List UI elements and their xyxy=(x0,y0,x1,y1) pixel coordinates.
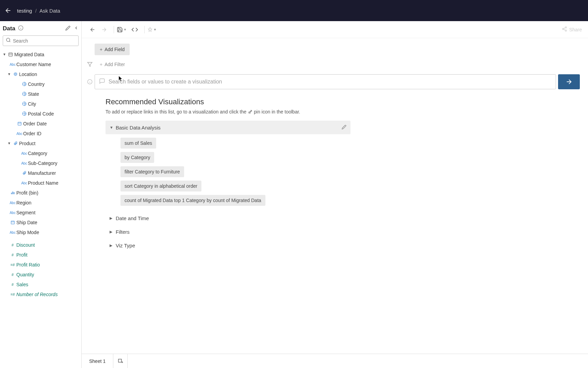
text-type-icon: Abc xyxy=(16,132,23,136)
chevron-right-icon: ▶ xyxy=(110,216,116,220)
workspace: + Add Field + Add Filter xyxy=(82,38,588,368)
recommendations-title: Recommended Visualizations xyxy=(105,97,425,106)
field-order-id[interactable]: Abc Order ID xyxy=(0,128,81,138)
calc-type-icon: =# xyxy=(9,263,16,267)
field-sales[interactable]: # Sales xyxy=(0,279,81,289)
collapse-sidebar-icon[interactable] xyxy=(74,26,79,32)
rec-group-viztype[interactable]: ▶ Viz Type xyxy=(105,239,350,252)
query-input-box[interactable] xyxy=(95,74,556,89)
back-button[interactable] xyxy=(4,6,12,15)
field-product[interactable]: ▼ Product xyxy=(0,138,81,148)
datasource-row[interactable]: ▼ Migrated Data xyxy=(0,49,81,59)
rec-group-filters[interactable]: ▶ Filters xyxy=(105,225,350,239)
number-type-icon: # xyxy=(9,243,16,247)
field-customer-name[interactable]: Abc Customer Name xyxy=(0,59,81,69)
field-profit-ratio[interactable]: =# Profit Ratio xyxy=(0,260,81,270)
rec-group-datetime[interactable]: ▶ Date and Time xyxy=(105,211,350,225)
share-button: Share xyxy=(562,26,582,33)
caret-down-icon: ▼ xyxy=(153,28,157,31)
field-postal-code[interactable]: Postal Code xyxy=(0,109,81,119)
field-quantity[interactable]: # Quantity xyxy=(0,270,81,279)
breadcrumb-separator: / xyxy=(35,8,36,14)
field-order-date[interactable]: Order Date xyxy=(0,119,81,128)
undo-button[interactable] xyxy=(88,25,97,34)
svg-point-14 xyxy=(565,27,567,28)
field-profit-bin[interactable]: Profit (bin) xyxy=(0,188,81,198)
edit-fields-icon[interactable] xyxy=(65,26,70,32)
rec-group-basic[interactable]: ▼ Basic Data Analysis xyxy=(105,121,350,134)
database-icon xyxy=(7,52,14,57)
field-manufacturer[interactable]: Manufacturer xyxy=(0,168,81,178)
plus-icon: + xyxy=(100,62,102,67)
rec-chip[interactable]: by Category xyxy=(120,152,154,163)
embed-button[interactable] xyxy=(130,25,140,34)
code-icon xyxy=(131,26,138,33)
pin-icon xyxy=(248,109,252,114)
svg-point-3 xyxy=(15,73,16,75)
submit-button[interactable] xyxy=(558,74,580,89)
field-sub-category[interactable]: Abc Sub-Category xyxy=(0,158,81,168)
field-tree: ▼ Migrated Data Abc Customer Name ▼ Loca… xyxy=(0,49,81,368)
text-type-icon: Abc xyxy=(9,211,16,215)
chat-icon xyxy=(99,78,105,86)
pin-icon xyxy=(147,27,153,32)
svg-rect-11 xyxy=(12,191,13,194)
info-icon[interactable] xyxy=(18,25,23,32)
field-profit[interactable]: # Profit xyxy=(0,250,81,260)
number-type-icon: # xyxy=(9,253,16,257)
chevron-right-icon: ▶ xyxy=(110,243,116,248)
chevron-right-icon: ▶ xyxy=(110,230,116,234)
pin-dropdown: ▼ xyxy=(147,27,157,32)
field-number-of-records[interactable]: =# Number of Records xyxy=(0,289,81,299)
text-type-icon: Abc xyxy=(20,161,28,165)
rec-chip[interactable]: sort Category in alphabetical order xyxy=(120,181,201,191)
undo-icon xyxy=(89,27,96,33)
sidebar-title: Data xyxy=(3,25,15,32)
field-region[interactable]: Abc Region xyxy=(0,198,81,208)
field-state[interactable]: State xyxy=(0,89,81,99)
filter-icon xyxy=(85,62,95,67)
field-segment[interactable]: Abc Segment xyxy=(0,208,81,217)
rec-group-basic-items: sum of Sales by Category filter Category… xyxy=(105,134,425,211)
edit-icon[interactable] xyxy=(342,125,346,131)
add-filter-button[interactable]: + Add Filter xyxy=(95,59,130,70)
date-type-icon xyxy=(9,220,16,225)
field-discount[interactable]: # Discount xyxy=(0,240,81,250)
geo-type-icon xyxy=(20,92,28,96)
field-city[interactable]: City xyxy=(0,99,81,109)
save-dropdown[interactable]: ▼ xyxy=(117,27,127,33)
field-ship-mode[interactable]: Abc Ship Mode xyxy=(0,227,81,237)
text-type-icon: Abc xyxy=(9,62,16,66)
toolbar-separator xyxy=(114,26,114,33)
hierarchy-type-icon xyxy=(12,141,19,145)
field-category[interactable]: Abc Category xyxy=(0,148,81,158)
svg-rect-18 xyxy=(118,359,121,362)
query-input[interactable] xyxy=(109,79,552,85)
field-ship-date[interactable]: Ship Date xyxy=(0,217,81,227)
search-field[interactable] xyxy=(13,38,76,44)
geo-type-icon xyxy=(12,72,19,76)
field-country[interactable]: Country xyxy=(0,79,81,89)
search-input[interactable] xyxy=(3,35,79,46)
breadcrumb-current: Ask Data xyxy=(39,8,60,14)
field-location[interactable]: ▼ Location xyxy=(0,69,81,79)
breadcrumb-workbook[interactable]: testing xyxy=(17,8,32,14)
rec-chip[interactable]: sum of Sales xyxy=(120,138,156,149)
number-type-icon: # xyxy=(9,273,16,277)
date-type-icon xyxy=(16,121,23,126)
datasource-label: Migrated Data xyxy=(14,52,44,57)
add-sheet-button[interactable] xyxy=(113,354,128,368)
share-icon xyxy=(562,26,567,33)
sheet-tab-1[interactable]: Sheet 1 xyxy=(82,354,113,368)
info-icon[interactable] xyxy=(85,79,95,85)
rec-chip[interactable]: filter Category to Furniture xyxy=(120,166,184,177)
add-field-button[interactable]: + Add Field xyxy=(95,44,130,55)
svg-rect-10 xyxy=(11,193,12,194)
sheet-tabs: Sheet 1 xyxy=(82,354,588,368)
calc-type-icon: =# xyxy=(9,292,16,296)
group-type-icon xyxy=(20,171,28,175)
rec-chip[interactable]: count of Migrated Data top 1 Category by… xyxy=(120,195,265,206)
bin-type-icon xyxy=(9,190,16,195)
field-product-name[interactable]: Abc Product Name xyxy=(0,178,81,188)
caret-down-icon: ▼ xyxy=(124,28,127,31)
